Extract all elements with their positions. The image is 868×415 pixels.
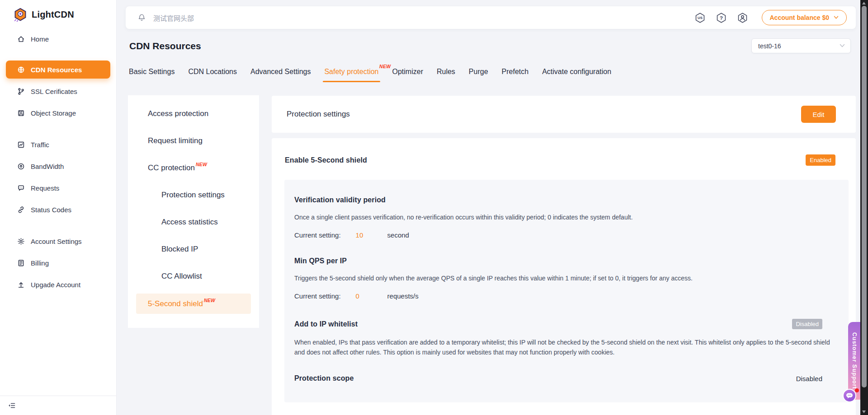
whitelist-heading-row: Add to IP whitelist Disabled: [294, 319, 839, 329]
tab-basic-settings[interactable]: Basic Settings: [129, 68, 175, 82]
current-setting-row: Current setting:10second: [294, 231, 839, 239]
help-icon[interactable]: ?: [716, 12, 727, 23]
scrollbar-thumb[interactable]: [862, 6, 867, 387]
sidebar-item-object-storage[interactable]: Object Storage: [0, 102, 116, 124]
sidebar-item-account-settings[interactable]: Account Settings: [0, 230, 116, 252]
scroll-down-arrow[interactable]: [862, 410, 866, 413]
subnav-item-cc-allowlist[interactable]: CC Allowlist: [128, 263, 259, 290]
sidebar-item-requests[interactable]: Requests: [0, 177, 116, 199]
tab-advanced-settings[interactable]: Advanced Settings: [250, 68, 311, 82]
setting-value: 10: [356, 231, 373, 239]
sidebar-item-cdn-resources[interactable]: CDN Resources: [6, 61, 110, 79]
notification-bar[interactable]: 测试官网头部: [137, 13, 194, 23]
protection-settings-title: Protection settings: [287, 110, 350, 119]
tab-prefetch[interactable]: Prefetch: [502, 68, 529, 82]
sidebar-item-billing[interactable]: Billing: [0, 252, 116, 274]
shield-title: Enable 5-Second shield: [285, 156, 367, 164]
sidebar-group-gap: [0, 50, 116, 59]
protection-scope-value: Disabled: [796, 375, 822, 382]
sidebar-menu: Home CDN Resources SSL Cerificates Objec…: [0, 28, 116, 295]
sidebar-group-gap: [0, 124, 116, 134]
resource-selector[interactable]: test0-16: [751, 38, 851, 53]
upload-icon: [17, 281, 25, 289]
subnav-item-cc-protection[interactable]: CC protection NEW: [128, 154, 259, 182]
page-title: CDN Resources: [129, 41, 201, 51]
subnav-item-protection-settings[interactable]: Protection settings: [128, 182, 259, 209]
sidebar-item-label: SSL Cerificates: [31, 88, 77, 95]
status-link-icon: [17, 206, 25, 214]
tab-activate-configuration[interactable]: Activate configuration: [542, 68, 611, 82]
tab-cdn-locations[interactable]: CDN Locations: [188, 68, 237, 82]
sidebar-item-label: Traffic: [31, 141, 49, 149]
section-description: When enabled, IPs that pass verification…: [294, 337, 832, 357]
shield-status-row: Enable 5-Second shield Enabled: [284, 154, 849, 166]
notification-text: 测试官网头部: [153, 13, 194, 23]
chat-icon: [846, 392, 853, 399]
subnav-item-access-protection[interactable]: Access protection: [128, 100, 259, 127]
protection-scope-row: Protection scope Disabled: [294, 374, 839, 382]
customer-support-tab[interactable]: Customer Support: [848, 322, 860, 400]
protection-scope-heading: Protection scope: [294, 374, 354, 382]
tab-safety-protection[interactable]: Safety protection NEW: [324, 68, 378, 82]
section-heading-validity: Verification validity period: [294, 196, 839, 204]
tab-optimizer[interactable]: Optimizer: [392, 68, 423, 82]
language-icon[interactable]: US: [694, 12, 706, 23]
subnav-item-request-limiting[interactable]: Request limiting: [128, 127, 259, 154]
vertical-scrollbar[interactable]: [860, 0, 868, 415]
sidebar-item-bandwidth[interactable]: BandWidth: [0, 155, 116, 177]
subnav-item-blocked-ip[interactable]: Blocked IP: [128, 236, 259, 263]
sidebar-item-label: Home: [31, 35, 49, 43]
bell-icon: [137, 13, 146, 23]
subnav-item-5-second-shield[interactable]: 5-Second shield NEW: [136, 294, 251, 314]
svg-text:?: ?: [720, 15, 723, 20]
sidebar: LightCDN Home CDN Resources SSL Cerifica…: [0, 0, 117, 415]
sidebar-item-label: CDN Resources: [31, 66, 82, 74]
cdn-globe-icon: [17, 66, 25, 74]
sidebar-item-upgrade-account[interactable]: Upgade Account: [0, 274, 116, 295]
sidebar-item-home[interactable]: Home: [0, 28, 116, 50]
sidebar-footer: [0, 396, 116, 415]
topbar: 测试官网头部 US ? Account balance $0: [126, 6, 856, 29]
section-description: Once a single client passes verification…: [294, 212, 832, 222]
new-badge: NEW: [379, 64, 391, 69]
tab-rules[interactable]: Rules: [437, 68, 455, 82]
enabled-status-badge: Enabled: [806, 154, 835, 166]
collapse-sidebar-icon[interactable]: [7, 401, 17, 410]
new-badge: NEW: [196, 162, 207, 167]
setting-label: Current setting:: [294, 231, 341, 239]
topbar-actions: US ? Account balance $0: [694, 10, 847, 25]
account-balance-label: Account balance $0: [770, 14, 830, 21]
scroll-up-arrow[interactable]: [862, 2, 866, 5]
bandwidth-upload-icon: [17, 163, 25, 170]
resource-selector-value: test0-16: [758, 42, 781, 50]
sidebar-item-traffic[interactable]: Traffic: [0, 134, 116, 155]
sidebar-item-label: Billing: [31, 259, 49, 267]
sidebar-item-label: Requests: [31, 184, 59, 192]
shield-settings-card: Enable 5-Second shield Enabled Verificat…: [272, 138, 856, 415]
account-balance-button[interactable]: Account balance $0: [762, 10, 847, 25]
sidebar-item-ssl-certificates[interactable]: SSL Cerificates: [0, 80, 116, 102]
ssl-branch-icon: [17, 88, 25, 95]
sidebar-item-label: Object Storage: [31, 109, 76, 117]
subnav-item-access-statistics[interactable]: Access statistics: [128, 209, 259, 236]
protection-settings-card: Protection settings Edit: [272, 96, 856, 133]
account-icon[interactable]: [737, 12, 748, 23]
tab-bar: Basic Settings CDN Locations Advanced Se…: [129, 68, 611, 82]
sidebar-item-status-codes[interactable]: Status Codes: [0, 199, 116, 220]
tab-purge[interactable]: Purge: [469, 68, 488, 82]
section-heading-min-qps: Min QPS per IP: [294, 257, 839, 265]
edit-button[interactable]: Edit: [801, 106, 836, 123]
sidebar-group-gap: [0, 220, 116, 230]
section-description: Triggers the 5-second shield only when t…: [294, 273, 832, 283]
shield-details-box: Verification validity period Once a sing…: [284, 180, 849, 402]
setting-value: 0: [356, 292, 373, 300]
invoice-icon: [17, 259, 25, 267]
sidebar-item-label: Upgade Account: [31, 281, 80, 289]
storage-disk-icon: [17, 109, 25, 117]
setting-unit: second: [387, 231, 409, 239]
svg-text:US: US: [698, 16, 703, 20]
sidebar-item-label: Status Codes: [31, 206, 71, 214]
chevron-down-icon: [834, 16, 839, 19]
support-chat-bubble[interactable]: [843, 389, 856, 402]
logo[interactable]: LightCDN: [0, 0, 116, 23]
